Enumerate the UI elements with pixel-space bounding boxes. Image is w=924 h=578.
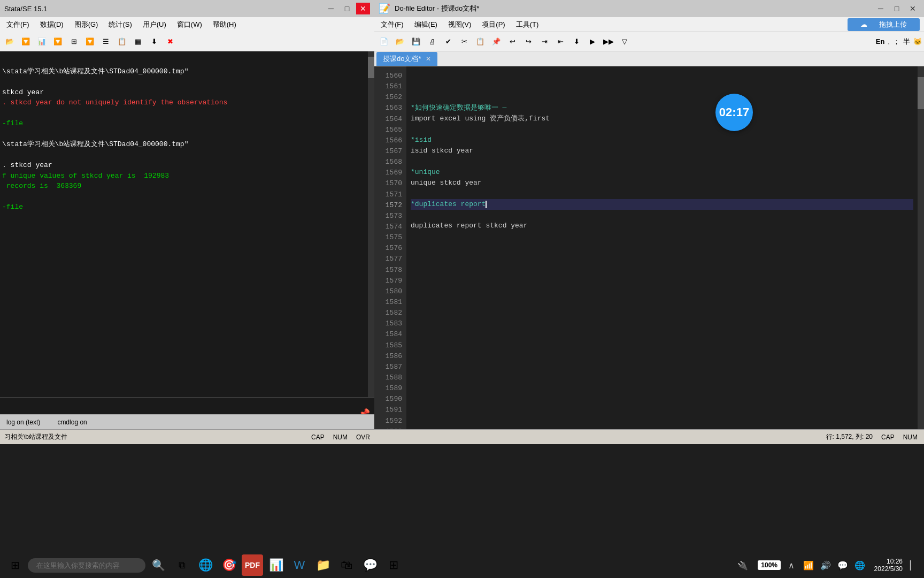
dofile-open-btn[interactable]: 📂: [392, 34, 407, 49]
dofile-run2-btn[interactable]: ▶▶: [601, 34, 616, 49]
editor-scroll-thumb-v[interactable]: [918, 77, 924, 109]
tray-action-center[interactable]: 💬: [836, 559, 849, 572]
taskbar-app1[interactable]: 🎯: [218, 554, 240, 576]
dofile-download-btn[interactable]: ⬇: [569, 34, 584, 49]
close-button[interactable]: ✕: [356, 3, 370, 14]
taskbar-wangwang[interactable]: 🛍: [336, 554, 357, 576]
minimize-button[interactable]: ─: [324, 3, 338, 14]
code-line-1569: *unique: [411, 167, 913, 178]
taskbar-explorer[interactable]: 📁: [312, 554, 334, 576]
dofile-status-cap: CAP: [881, 434, 895, 441]
lang-switcher: En , ； 半 🐱: [876, 37, 922, 47]
taskbar-ppt[interactable]: 📊: [265, 554, 287, 576]
taskbar-pdf[interactable]: PDF: [242, 554, 263, 576]
toolbar-graph2-btn[interactable]: 🔽: [50, 34, 65, 49]
toolbar-matrix-btn[interactable]: ▦: [130, 34, 145, 49]
code-line-1580: [411, 285, 913, 295]
lang-en[interactable]: En: [876, 37, 885, 45]
toolbar-table2-btn[interactable]: 🔽: [82, 34, 97, 49]
dofile-menu-file[interactable]: 文件(F): [376, 19, 408, 31]
taskbar-plugin[interactable]: 🔌: [732, 554, 753, 576]
dofile-copy-btn[interactable]: 📋: [473, 34, 488, 49]
line-num: 1575: [379, 232, 402, 243]
menu-stats[interactable]: 统计(S): [104, 19, 136, 31]
dofile-menu-edit[interactable]: 编辑(E): [410, 19, 442, 31]
dofile-save-btn[interactable]: 💾: [409, 34, 424, 49]
tray-sound[interactable]: 🔊: [819, 559, 832, 572]
dofile-redo-btn[interactable]: ↪: [521, 34, 536, 49]
dofile-menu-tools[interactable]: 工具(T): [512, 19, 543, 31]
menu-user[interactable]: 用户(U): [138, 19, 171, 31]
stata-status-ovr: OVR: [356, 434, 370, 441]
taskbar-cortana[interactable]: 🔍: [148, 554, 169, 576]
dofile-minimize-button[interactable]: ─: [874, 3, 888, 14]
tray-language[interactable]: 🌐: [853, 559, 866, 572]
maximize-button[interactable]: □: [340, 3, 354, 14]
lang-half[interactable]: 半: [903, 37, 910, 47]
upload-button[interactable]: ☁ 拖拽上传: [848, 18, 920, 31]
stata-output-scrollbar[interactable]: [368, 51, 374, 429]
taskbar-edge[interactable]: 🌐: [195, 554, 216, 576]
start-button[interactable]: ⊞: [4, 554, 26, 576]
taskbar-clock[interactable]: 10:26 2022/5/30: [871, 558, 903, 573]
toolbar-new-btn[interactable]: 🔽: [18, 34, 33, 49]
menu-window[interactable]: 窗口(W): [173, 19, 206, 31]
toolbar-graph-btn[interactable]: 📊: [34, 34, 49, 49]
code-line-1571: [411, 188, 913, 199]
toolbar-arrow-btn[interactable]: ⬇: [147, 34, 161, 49]
code-line-1568: [411, 156, 913, 167]
line-num: 1588: [379, 372, 402, 383]
editor-vertical-scrollbar[interactable]: [918, 66, 924, 444]
code-1564: import excel using 资产负债表,first: [411, 113, 550, 124]
dofile-new-btn[interactable]: 📄: [376, 34, 391, 49]
taskbar-grid[interactable]: ⊞: [383, 554, 404, 576]
dofile-cut-btn[interactable]: ✂: [457, 34, 472, 49]
lang-icon[interactable]: 🐱: [913, 37, 922, 45]
tab-do-file[interactable]: 授课do文档* ✕: [376, 52, 437, 66]
dofile-outdent-btn[interactable]: ⇤: [553, 34, 568, 49]
taskbar-task-view[interactable]: ⧉: [171, 554, 192, 576]
dofile-indent-btn[interactable]: ⇥: [537, 34, 552, 49]
taskbar-wechat[interactable]: 💬: [359, 554, 381, 576]
toolbar-table-btn[interactable]: ⊞: [66, 34, 81, 49]
code-1574: duplicates report stkcd year: [411, 220, 527, 231]
code-line-1589: [411, 381, 913, 392]
stata-window-title: Stata/SE 15.1: [4, 5, 47, 13]
stata-output-area: \stata学习相关\b站课程及文件\STDad04_000000.tmp" s…: [0, 51, 374, 429]
dofile-menu-view[interactable]: 视图(V): [444, 19, 475, 31]
toolbar-editor-btn[interactable]: 📋: [114, 34, 129, 49]
code-line-1567: isid stkcd year: [411, 146, 913, 156]
menu-data[interactable]: 数据(D): [36, 19, 68, 31]
tray-show-desktop[interactable]: ▏: [907, 559, 920, 572]
taskbar-word[interactable]: W: [289, 554, 310, 576]
dofile-menu-project[interactable]: 项目(P): [478, 19, 509, 31]
dofile-run-btn[interactable]: ▶: [585, 34, 600, 49]
lang-punc[interactable]: ；: [893, 37, 900, 47]
taskbar-search-input[interactable]: [28, 558, 145, 573]
dofile-editor-window: 📝 Do-file Editor - 授课do文档* ─ □ ✕ 文件(F) 编…: [374, 0, 924, 444]
menu-file[interactable]: 文件(F): [2, 19, 34, 31]
tray-up-arrow[interactable]: ∧: [785, 559, 798, 572]
tray-network[interactable]: 📶: [802, 559, 815, 572]
editor-content[interactable]: *如何快速确定数据是够唯一 ― import excel using 资产负债表…: [406, 66, 918, 444]
stata-titlebar: Stata/SE 15.1 ─ □ ✕: [0, 0, 374, 17]
dofile-close-button[interactable]: ✕: [906, 3, 920, 14]
toolbar-stop-btn[interactable]: ✖: [163, 34, 178, 49]
line-num: 1592: [379, 416, 402, 427]
line-num: 1561: [379, 81, 402, 92]
stata-output-content: \stata学习相关\b站课程及文件\STDad04_000000.tmp" s…: [0, 51, 368, 227]
code-line-1590: [411, 392, 913, 402]
dofile-maximize-button[interactable]: □: [890, 3, 904, 14]
dofile-more-btn[interactable]: ▽: [617, 34, 632, 49]
menu-help[interactable]: 帮助(H): [209, 19, 241, 31]
dofile-print-btn[interactable]: 🖨: [425, 34, 440, 49]
dofile-paste-btn[interactable]: 📌: [489, 34, 504, 49]
dofile-undo-btn[interactable]: ↩: [505, 34, 520, 49]
code-line-1562: [411, 92, 913, 103]
editor-main: 1560 1561 1562 1563 1564 1565 1566 1567 …: [374, 66, 924, 444]
dofile-verify-btn[interactable]: ✔: [441, 34, 456, 49]
toolbar-browse-btn[interactable]: ☰: [98, 34, 113, 49]
toolbar-open-btn[interactable]: 📂: [2, 34, 17, 49]
menu-graph[interactable]: 图形(G): [70, 19, 103, 31]
tab-close-button[interactable]: ✕: [426, 55, 431, 63]
